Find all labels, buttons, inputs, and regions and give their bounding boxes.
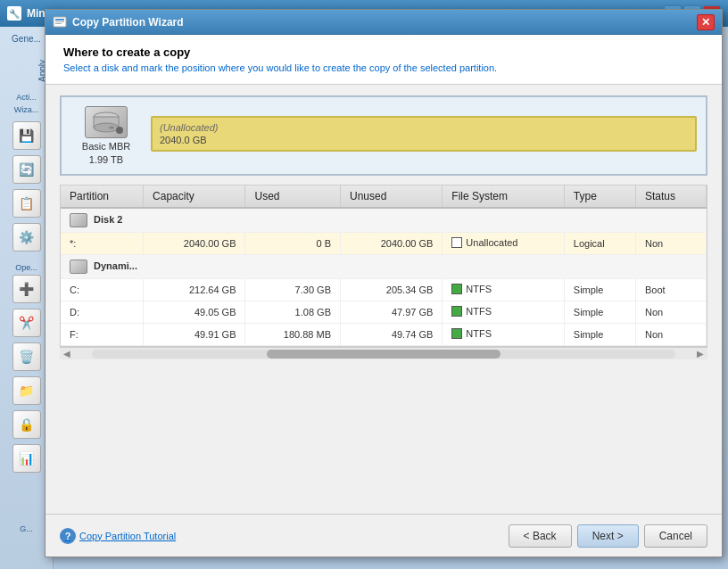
desc-highlight: you would like to create the copy bbox=[248, 62, 391, 73]
sidebar-icon-3[interactable]: 📋 bbox=[12, 189, 41, 218]
dynami-f-fs-label: NTFS bbox=[466, 328, 492, 339]
dynami-row-f[interactable]: F: 49.91 GB 180.88 MB 49.74 GB NTFS Simp… bbox=[61, 324, 707, 346]
dynami-f-fs: NTFS bbox=[443, 324, 564, 346]
dynami-f-fs-icon bbox=[451, 328, 462, 339]
sidebar-icon-2[interactable]: 🔄 bbox=[12, 155, 41, 184]
partition-bar[interactable]: (Unallocated) 2040.0 GB bbox=[151, 116, 697, 152]
col-status: Status bbox=[635, 186, 706, 208]
partition-bar-label: (Unallocated) bbox=[160, 122, 218, 133]
disk2-r1-fs-icon bbox=[451, 237, 462, 248]
scroll-left-btn[interactable]: ◀ bbox=[60, 349, 74, 359]
sidebar-icon-1[interactable]: 💾 bbox=[12, 121, 41, 150]
disk2-r1-used: 0 B bbox=[245, 233, 340, 255]
disk2-name: Disk 2 bbox=[94, 214, 122, 225]
sidebar-icon-10[interactable]: 📊 bbox=[12, 444, 41, 473]
dynami-f-capacity: 49.91 GB bbox=[144, 324, 245, 346]
bottom-label: G... bbox=[20, 524, 33, 533]
wizard-step-title: Where to create a copy bbox=[63, 45, 704, 59]
tutorial-link[interactable]: ? Copy Partition Tutorial bbox=[60, 528, 176, 544]
col-partition: Partition bbox=[61, 186, 144, 208]
svg-rect-3 bbox=[55, 23, 62, 24]
dynami-f-used: 180.88 MB bbox=[245, 324, 340, 346]
sidebar-icon-5[interactable]: ➕ bbox=[12, 275, 41, 303]
scrollbar-track[interactable] bbox=[92, 350, 675, 359]
dynami-f-partition: F: bbox=[61, 324, 144, 346]
dynami-d-used: 1.08 GB bbox=[245, 301, 340, 324]
help-icon: ? bbox=[60, 528, 76, 544]
col-used: Used bbox=[245, 186, 340, 208]
dynami-d-unused: 47.97 GB bbox=[340, 301, 442, 324]
partition-table: Partition Capacity Used Unused File Syst… bbox=[61, 186, 707, 346]
dynami-d-fs-badge: NTFS bbox=[451, 306, 492, 317]
sidebar-icon-9[interactable]: 🔒 bbox=[12, 410, 41, 439]
dialog-close-button[interactable]: ✕ bbox=[697, 14, 715, 30]
dynami-f-status: Non bbox=[635, 324, 706, 346]
horizontal-scrollbar[interactable]: ◀ ▶ bbox=[60, 347, 707, 359]
disk-label-line1: Basic MBR bbox=[82, 141, 130, 152]
disk2-header-cell: Disk 2 bbox=[61, 208, 707, 233]
sidebar-icon-6[interactable]: ✂️ bbox=[12, 309, 41, 337]
dialog-icon bbox=[53, 15, 67, 29]
col-filesystem: File System bbox=[443, 186, 564, 208]
dynami-row-d[interactable]: D: 49.05 GB 1.08 GB 47.97 GB NTFS Simple bbox=[61, 301, 707, 324]
sidebar-icon-7[interactable]: 🗑️ bbox=[12, 342, 41, 371]
dynami-d-partition: D: bbox=[61, 301, 144, 324]
sidebar-icon-4[interactable]: ⚙️ bbox=[12, 223, 41, 252]
dynami-c-fs-icon bbox=[451, 284, 462, 294]
disk2-r1-status: Non bbox=[635, 233, 706, 255]
dynami-c-fs: NTFS bbox=[443, 279, 564, 301]
disk2-r1-capacity: 2040.00 GB bbox=[144, 233, 245, 255]
col-type: Type bbox=[564, 186, 635, 208]
dynami-row-c[interactable]: C: 212.64 GB 7.30 GB 205.34 GB NTFS Simp… bbox=[61, 279, 707, 301]
disk2-icon bbox=[70, 213, 87, 227]
dynami-c-capacity: 212.64 GB bbox=[144, 279, 245, 301]
partition-table-container[interactable]: Partition Capacity Used Unused File Syst… bbox=[60, 185, 707, 347]
dynami-f-fs-badge: NTFS bbox=[451, 328, 492, 339]
dynami-d-fs-label: NTFS bbox=[466, 306, 492, 317]
dynami-c-type: Simple bbox=[564, 279, 635, 301]
apply-label[interactable]: Apply bbox=[4, 56, 49, 86]
scrollbar-thumb[interactable] bbox=[267, 350, 500, 359]
next-button[interactable]: Next > bbox=[577, 524, 639, 548]
disk-label-line2: 1.99 TB bbox=[89, 154, 123, 165]
dynami-f-type: Simple bbox=[564, 324, 635, 346]
svg-point-6 bbox=[94, 123, 119, 132]
disk2-r1-fs: Unallocated bbox=[443, 233, 564, 255]
disk-icon-area: Basic MBR 1.99 TB bbox=[70, 106, 142, 165]
wizard-content: Basic MBR 1.99 TB (Unallocated) 2040.0 G… bbox=[46, 85, 722, 370]
dynami-c-status: Boot bbox=[635, 279, 706, 301]
desc-text-2: of the selected partition. bbox=[390, 62, 497, 73]
desc-text-1: Select a disk and mark the position wher… bbox=[63, 62, 248, 73]
scroll-right-btn[interactable]: ▶ bbox=[693, 349, 707, 359]
app-icon: 🔧 bbox=[7, 6, 21, 21]
sidebar-icon-8[interactable]: 📁 bbox=[12, 376, 41, 405]
disk2-r1-unused: 2040.00 GB bbox=[340, 233, 442, 255]
disk-icon bbox=[85, 106, 128, 138]
general-tab[interactable]: Gene... bbox=[4, 30, 49, 47]
wizard-header: Where to create a copy Select a disk and… bbox=[46, 35, 722, 85]
back-button[interactable]: < Back bbox=[509, 524, 572, 548]
dynami-c-partition: C: bbox=[61, 279, 144, 301]
tutorial-link-label: Copy Partition Tutorial bbox=[79, 531, 176, 541]
dialog-title: Copy Partition Wizard bbox=[72, 16, 184, 29]
dynami-c-unused: 205.34 GB bbox=[340, 279, 442, 301]
disk2-row-1[interactable]: *: 2040.00 GB 0 B 2040.00 GB Unallocated… bbox=[61, 233, 707, 255]
disk2-r1-fs-label: Unallocated bbox=[466, 237, 517, 248]
dynami-d-fs: NTFS bbox=[443, 301, 564, 324]
svg-rect-1 bbox=[55, 19, 64, 21]
partition-bar-size: 2040.0 GB bbox=[160, 135, 218, 145]
partition-bar-container: (Unallocated) 2040.0 GB bbox=[151, 116, 697, 155]
cancel-button[interactable]: Cancel bbox=[644, 524, 707, 548]
svg-point-7 bbox=[109, 127, 114, 129]
dynami-d-status: Non bbox=[635, 301, 706, 324]
wizard-label: Wiza... bbox=[14, 105, 39, 114]
wizard-step-desc: Select a disk and mark the position wher… bbox=[63, 62, 704, 73]
col-capacity: Capacity bbox=[144, 186, 245, 208]
actions-label: Acti... bbox=[16, 93, 37, 102]
disk-visual-area[interactable]: Basic MBR 1.99 TB (Unallocated) 2040.0 G… bbox=[60, 95, 707, 176]
wizard-footer: ? Copy Partition Tutorial < Back Next > … bbox=[46, 514, 722, 557]
dynami-d-fs-icon bbox=[451, 306, 462, 317]
ope-label: Ope... bbox=[15, 263, 37, 272]
dynami-d-capacity: 49.05 GB bbox=[144, 301, 245, 324]
dynami-f-unused: 49.74 GB bbox=[340, 324, 442, 346]
